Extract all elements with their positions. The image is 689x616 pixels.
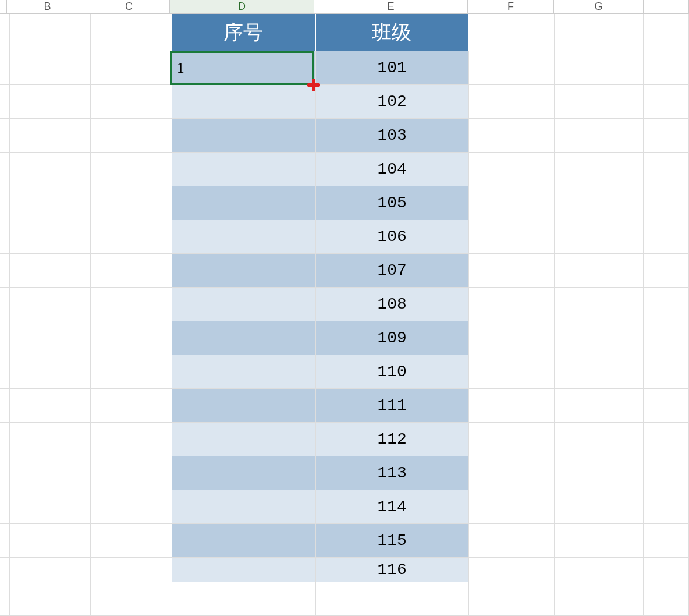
cell[interactable] bbox=[644, 558, 689, 582]
cell[interactable] bbox=[91, 186, 172, 220]
cell[interactable] bbox=[172, 582, 316, 616]
cell-class[interactable]: 104 bbox=[316, 153, 469, 186]
cell[interactable] bbox=[644, 85, 689, 119]
cell[interactable] bbox=[469, 490, 555, 524]
cell[interactable] bbox=[10, 490, 91, 524]
cell[interactable] bbox=[10, 456, 91, 490]
cell[interactable] bbox=[469, 153, 555, 186]
cell[interactable] bbox=[555, 321, 644, 355]
cell[interactable] bbox=[555, 14, 644, 51]
cell-sequence[interactable] bbox=[172, 254, 316, 288]
cell[interactable] bbox=[91, 119, 172, 153]
cell[interactable] bbox=[644, 321, 689, 355]
cell[interactable] bbox=[0, 51, 10, 85]
cell[interactable] bbox=[0, 490, 10, 524]
cell[interactable] bbox=[469, 423, 555, 456]
cell[interactable] bbox=[644, 582, 689, 616]
cell[interactable] bbox=[555, 85, 644, 119]
cell[interactable] bbox=[0, 355, 10, 389]
cell[interactable] bbox=[469, 288, 555, 321]
cell[interactable] bbox=[469, 321, 555, 355]
cell[interactable] bbox=[0, 153, 10, 186]
cell[interactable] bbox=[555, 490, 644, 524]
cell[interactable] bbox=[10, 85, 91, 119]
cell[interactable] bbox=[10, 119, 91, 153]
cell-sequence[interactable] bbox=[172, 456, 316, 490]
cell-sequence[interactable] bbox=[172, 85, 316, 119]
cell[interactable] bbox=[555, 51, 644, 85]
cell[interactable] bbox=[10, 51, 91, 85]
cell[interactable] bbox=[555, 456, 644, 490]
cell[interactable] bbox=[91, 490, 172, 524]
cell[interactable] bbox=[10, 423, 91, 456]
cell[interactable] bbox=[469, 14, 555, 51]
col-header-f[interactable]: F bbox=[468, 0, 554, 13]
cell[interactable] bbox=[10, 524, 91, 558]
cell[interactable] bbox=[644, 423, 689, 456]
cell[interactable] bbox=[316, 582, 469, 616]
cell[interactable] bbox=[91, 524, 172, 558]
cell[interactable] bbox=[555, 288, 644, 321]
cell[interactable] bbox=[0, 85, 10, 119]
cell[interactable] bbox=[10, 558, 91, 582]
cell[interactable] bbox=[0, 389, 10, 423]
cell[interactable] bbox=[469, 524, 555, 558]
cell-class[interactable]: 108 bbox=[316, 288, 469, 321]
cell[interactable] bbox=[0, 456, 10, 490]
cell[interactable] bbox=[555, 186, 644, 220]
cell-class[interactable]: 102 bbox=[316, 85, 469, 119]
cell[interactable] bbox=[555, 582, 644, 616]
col-header-e[interactable]: E bbox=[314, 0, 468, 13]
cell[interactable] bbox=[91, 321, 172, 355]
cell-class[interactable]: 101 bbox=[316, 51, 469, 85]
cell-sequence[interactable] bbox=[172, 220, 316, 254]
cell[interactable] bbox=[0, 321, 10, 355]
cell[interactable] bbox=[10, 288, 91, 321]
cell-sequence[interactable] bbox=[172, 355, 316, 389]
header-class[interactable]: 班级 bbox=[316, 14, 469, 51]
cell[interactable] bbox=[10, 254, 91, 288]
cell[interactable] bbox=[469, 85, 555, 119]
cell-sequence[interactable] bbox=[172, 524, 316, 558]
cell[interactable] bbox=[0, 186, 10, 220]
cell[interactable] bbox=[644, 186, 689, 220]
cell[interactable] bbox=[644, 119, 689, 153]
cell[interactable] bbox=[91, 389, 172, 423]
cell[interactable] bbox=[469, 51, 555, 85]
col-header-edge[interactable] bbox=[0, 0, 7, 13]
cell[interactable] bbox=[91, 220, 172, 254]
cell[interactable] bbox=[10, 220, 91, 254]
cell[interactable] bbox=[469, 119, 555, 153]
cell[interactable] bbox=[10, 582, 91, 616]
cell[interactable] bbox=[555, 119, 644, 153]
cell-class[interactable]: 110 bbox=[316, 355, 469, 389]
cell[interactable] bbox=[91, 582, 172, 616]
col-header-b[interactable]: B bbox=[7, 0, 88, 13]
cell[interactable] bbox=[469, 558, 555, 582]
cell[interactable] bbox=[644, 153, 689, 186]
cell[interactable] bbox=[10, 321, 91, 355]
cell[interactable] bbox=[91, 558, 172, 582]
cell[interactable] bbox=[469, 254, 555, 288]
cell-class[interactable]: 109 bbox=[316, 321, 469, 355]
cell[interactable] bbox=[469, 456, 555, 490]
cell-class[interactable]: 114 bbox=[316, 490, 469, 524]
cell[interactable] bbox=[555, 389, 644, 423]
cell[interactable] bbox=[555, 423, 644, 456]
cell[interactable] bbox=[0, 423, 10, 456]
cell[interactable] bbox=[469, 220, 555, 254]
cell-class[interactable]: 115 bbox=[316, 524, 469, 558]
col-header-d[interactable]: D bbox=[170, 0, 314, 13]
cell-sequence[interactable]: 1 bbox=[172, 51, 316, 85]
cell[interactable] bbox=[555, 254, 644, 288]
cell[interactable] bbox=[91, 51, 172, 85]
cell[interactable] bbox=[555, 524, 644, 558]
cell-sequence[interactable] bbox=[172, 490, 316, 524]
cell-class[interactable]: 103 bbox=[316, 119, 469, 153]
cell[interactable] bbox=[644, 490, 689, 524]
cell[interactable] bbox=[91, 14, 172, 51]
cell-class[interactable]: 116 bbox=[316, 558, 469, 582]
cell-sequence[interactable] bbox=[172, 153, 316, 186]
cell[interactable] bbox=[644, 456, 689, 490]
cell-sequence[interactable] bbox=[172, 119, 316, 153]
